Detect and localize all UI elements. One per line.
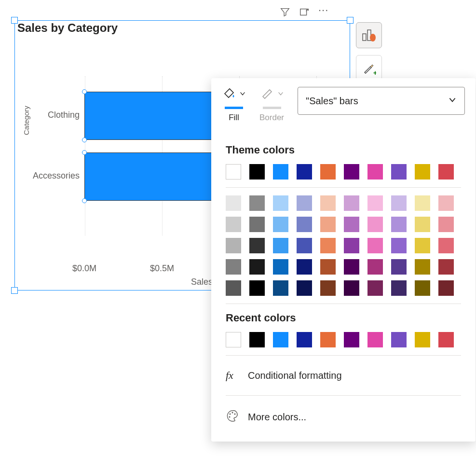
color-swatch[interactable] — [367, 259, 383, 275]
chevron-down-icon — [448, 96, 457, 107]
color-swatch[interactable] — [438, 259, 454, 275]
color-swatch[interactable] — [249, 259, 265, 275]
color-swatch[interactable] — [297, 332, 312, 347]
color-swatch[interactable] — [344, 238, 359, 253]
selection-handle[interactable] — [11, 17, 18, 24]
color-swatch[interactable] — [344, 332, 359, 347]
more-colors-link[interactable]: More colors... — [226, 403, 461, 431]
color-swatch[interactable] — [344, 195, 359, 211]
color-swatch[interactable] — [367, 217, 383, 232]
conditional-formatting-link[interactable]: fx Conditional formatting — [226, 363, 461, 387]
bar-handle[interactable] — [82, 89, 87, 94]
color-swatch[interactable] — [438, 195, 454, 211]
color-swatch[interactable] — [344, 164, 359, 180]
color-swatch[interactable] — [249, 280, 265, 296]
color-swatch[interactable] — [415, 332, 430, 347]
conditional-label: Conditional formatting — [248, 370, 342, 381]
color-swatch[interactable] — [226, 238, 241, 253]
color-swatch[interactable] — [415, 238, 430, 253]
color-swatch[interactable] — [391, 164, 407, 180]
selection-handle[interactable] — [11, 287, 18, 294]
divider — [226, 395, 461, 396]
color-swatch[interactable] — [249, 332, 265, 347]
color-swatch[interactable] — [438, 280, 454, 296]
color-swatch[interactable] — [320, 332, 336, 347]
color-swatch[interactable] — [249, 195, 265, 211]
color-swatch[interactable] — [273, 259, 288, 275]
color-swatch[interactable] — [320, 164, 336, 180]
bar-handle[interactable] — [82, 150, 87, 155]
color-swatch[interactable] — [273, 195, 288, 211]
color-swatch[interactable] — [249, 164, 265, 180]
color-swatch[interactable] — [367, 195, 383, 211]
color-swatch[interactable] — [297, 217, 312, 232]
color-swatch[interactable] — [320, 195, 336, 211]
format-paintbrush-button[interactable]: + — [356, 55, 382, 81]
color-swatch[interactable] — [249, 217, 265, 232]
color-swatch[interactable] — [415, 195, 430, 211]
color-swatch[interactable] — [367, 238, 383, 253]
divider — [226, 304, 461, 304]
color-swatch[interactable] — [415, 259, 430, 275]
theme-main-row — [226, 164, 461, 180]
color-swatch[interactable] — [273, 164, 288, 180]
color-swatch[interactable] — [273, 238, 288, 253]
color-swatch[interactable] — [391, 332, 407, 347]
color-swatch[interactable] — [273, 217, 288, 232]
filter-icon[interactable] — [280, 7, 290, 19]
color-swatch[interactable] — [344, 259, 359, 275]
chevron-down-icon — [277, 90, 284, 99]
focus-mode-icon[interactable] — [299, 7, 310, 19]
color-swatch[interactable] — [226, 217, 241, 232]
theme-colors-title: Theme colors — [226, 144, 461, 156]
visualization-type-button[interactable] — [356, 22, 382, 48]
fill-tool-button[interactable]: Fill — [222, 87, 246, 123]
color-swatch[interactable] — [367, 332, 383, 347]
color-swatch[interactable] — [226, 164, 241, 180]
color-swatch[interactable] — [367, 164, 383, 180]
selection-handle[interactable] — [347, 17, 354, 24]
divider — [226, 187, 461, 188]
color-swatch[interactable] — [415, 164, 430, 180]
color-swatch[interactable] — [320, 238, 336, 253]
color-swatch[interactable] — [391, 195, 407, 211]
border-tool-button[interactable]: Border — [259, 87, 284, 123]
color-swatch[interactable] — [320, 259, 336, 275]
color-swatch[interactable] — [344, 217, 359, 232]
color-swatch[interactable] — [273, 332, 288, 347]
bar-rect[interactable] — [84, 152, 224, 201]
color-swatch[interactable] — [415, 217, 430, 232]
color-swatch[interactable] — [226, 332, 241, 347]
bar-handle[interactable] — [82, 198, 87, 203]
color-swatch[interactable] — [297, 195, 312, 211]
color-swatch[interactable] — [226, 259, 241, 275]
color-swatch[interactable] — [438, 164, 454, 180]
color-swatch[interactable] — [273, 280, 288, 296]
color-swatch[interactable] — [226, 195, 241, 211]
color-swatch[interactable] — [438, 217, 454, 232]
recent-row — [226, 332, 461, 347]
color-swatch[interactable] — [297, 238, 312, 253]
color-swatch[interactable] — [391, 280, 407, 296]
swatch-row — [226, 195, 461, 211]
color-swatch[interactable] — [415, 280, 430, 296]
color-swatch[interactable] — [391, 259, 407, 275]
svg-point-7 — [234, 414, 236, 415]
color-swatch[interactable] — [297, 259, 312, 275]
color-swatch[interactable] — [249, 238, 265, 253]
x-tick: $0.0M — [72, 263, 96, 274]
color-swatch[interactable] — [438, 332, 454, 347]
color-swatch[interactable] — [391, 238, 407, 253]
color-swatch[interactable] — [367, 280, 383, 296]
target-select[interactable]: "Sales" bars — [298, 87, 465, 115]
bar-handle[interactable] — [82, 138, 87, 142]
color-swatch[interactable] — [438, 238, 454, 253]
color-swatch[interactable] — [391, 217, 407, 232]
color-swatch[interactable] — [320, 280, 336, 296]
color-swatch[interactable] — [320, 217, 336, 232]
color-swatch[interactable] — [226, 280, 241, 296]
more-options-icon[interactable]: ··· — [318, 8, 329, 18]
color-swatch[interactable] — [297, 280, 312, 296]
color-swatch[interactable] — [297, 164, 312, 180]
color-swatch[interactable] — [344, 280, 359, 296]
